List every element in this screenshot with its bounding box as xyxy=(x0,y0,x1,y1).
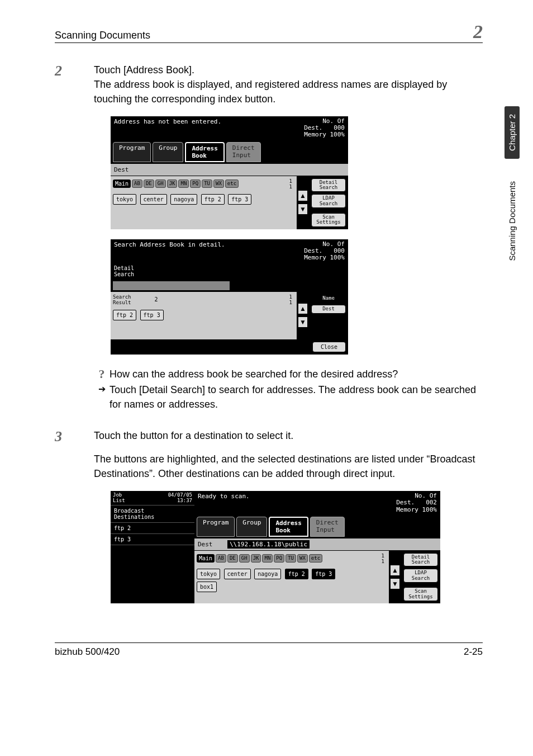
dest-ftp2-selected[interactable]: ftp 2 xyxy=(285,569,308,579)
name-button[interactable]: Name xyxy=(311,294,346,303)
broadcast-item-2[interactable]: ftp 3 xyxy=(111,534,194,545)
ldap-search-button[interactable]: LDAP Search xyxy=(403,569,438,583)
answer-text: Touch [Detail Search] to search for addr… xyxy=(110,382,483,412)
step-3-line2: The buttons are highlighted, and the sel… xyxy=(94,452,483,481)
detail-search-button[interactable]: Detail Search xyxy=(403,553,438,567)
dest-tokyo[interactable]: tokyo xyxy=(113,194,136,205)
scroll-up-icon[interactable]: ▲ xyxy=(298,190,308,201)
scan-settings-button[interactable]: Scan Settings xyxy=(311,213,346,227)
step-3-number: 3 xyxy=(55,428,94,445)
scroll-up-icon[interactable]: ▲ xyxy=(298,303,308,314)
step-3-line1: Touch the button for a destination to se… xyxy=(94,428,293,443)
question-text: How can the address book be searched for… xyxy=(110,367,398,381)
index-jk[interactable]: JK xyxy=(251,554,261,563)
result-ftp3[interactable]: ftp 3 xyxy=(140,310,164,320)
step-2-line2: The address book is displayed, and regis… xyxy=(94,77,483,106)
side-tab: Chapter 2 Scanning Documents xyxy=(505,106,520,261)
panel-detail-search: Search Address Book in detail. No. Of De… xyxy=(111,239,348,355)
index-main[interactable]: Main xyxy=(113,179,131,188)
tab-address-book[interactable]: Address Book xyxy=(185,142,224,162)
broadcast-item-1[interactable]: ftp 2 xyxy=(111,523,194,534)
p2-memory: Memory 100% xyxy=(304,254,345,261)
index-mn[interactable]: MN xyxy=(178,179,189,188)
index-pq[interactable]: PQ xyxy=(190,179,201,188)
p3-status: Ready to scan. xyxy=(198,493,250,513)
detail-search-button[interactable]: Detail Search xyxy=(311,178,346,192)
index-main[interactable]: Main xyxy=(197,554,215,563)
tab-address-book[interactable]: Address Book xyxy=(269,517,308,537)
side-tab-section: Scanning Documents xyxy=(507,181,517,261)
index-pq[interactable]: PQ xyxy=(274,554,284,563)
index-ab[interactable]: AB xyxy=(132,179,142,188)
dest-center[interactable]: center xyxy=(140,194,167,205)
p1-status: Address has not been entered. xyxy=(114,118,221,138)
dest-ftp2[interactable]: ftp 2 xyxy=(201,194,225,205)
dest-nagoya[interactable]: nagoya xyxy=(254,569,281,579)
p2-title: Detail Search xyxy=(111,263,348,280)
footer-model: bizhub 500/420 xyxy=(55,646,120,658)
tab-program[interactable]: Program xyxy=(113,142,151,162)
side-tab-chapter: Chapter 2 xyxy=(505,106,520,159)
dest-box1[interactable]: box1 xyxy=(197,582,217,592)
tab-direct-input[interactable]: Direct Input xyxy=(310,517,345,537)
index-etc[interactable]: etc xyxy=(309,554,322,563)
search-result-label: Search Result xyxy=(113,294,131,305)
p3-memory: Memory 100% xyxy=(396,506,437,513)
step-2-number: 2 xyxy=(55,63,94,106)
index-tu[interactable]: TU xyxy=(285,554,296,563)
p3-dest-path: \\192.168.1.18\public xyxy=(227,540,310,549)
scan-settings-button[interactable]: Scan Settings xyxy=(403,587,438,601)
dest-ftp3[interactable]: ftp 3 xyxy=(228,194,251,205)
tab-direct-input[interactable]: Direct Input xyxy=(226,142,261,162)
p2-status: Search Address Book in detail. xyxy=(114,241,225,261)
dest-ftp3-selected[interactable]: ftp 3 xyxy=(312,569,335,579)
index-tu[interactable]: TU xyxy=(202,179,212,188)
index-de[interactable]: DE xyxy=(227,554,238,563)
index-de[interactable]: DE xyxy=(144,179,154,188)
step-2-line1: Touch [Address Book]. xyxy=(94,63,483,77)
job-list-label[interactable]: Job List xyxy=(113,493,125,503)
panel-address-book: Address has not been entered. No. Of Des… xyxy=(111,116,348,229)
ldap-search-button[interactable]: LDAP Search xyxy=(311,194,346,208)
broadcast-label: Broadcast Destinations xyxy=(111,505,194,523)
tab-group[interactable]: Group xyxy=(236,517,267,537)
dest-nagoya[interactable]: nagoya xyxy=(170,194,197,205)
chapter-badge: 2 xyxy=(473,22,483,41)
result-ftp2[interactable]: ftp 2 xyxy=(113,310,136,320)
p2-destcount: 000 xyxy=(334,247,345,254)
close-button[interactable]: Close xyxy=(312,342,346,352)
question-icon: ? xyxy=(94,367,110,381)
scroll-down-icon[interactable]: ▼ xyxy=(298,204,308,215)
arrow-icon: ➔ xyxy=(94,382,110,412)
p3-destcount: 002 xyxy=(426,499,437,506)
dest-tokyo[interactable]: tokyo xyxy=(197,569,220,579)
scroll-down-icon[interactable]: ▼ xyxy=(298,316,308,328)
p3-dest-label: Dest xyxy=(198,541,213,548)
index-jk[interactable]: JK xyxy=(167,179,178,188)
dest-button[interactable]: Dest xyxy=(311,305,346,313)
p3-page-count: 1 1 xyxy=(382,553,387,564)
index-ab[interactable]: AB xyxy=(216,554,226,563)
p1-page-count: 1 1 xyxy=(289,178,294,190)
p1-memory: Memory 100% xyxy=(304,131,345,138)
footer-page: 2-25 xyxy=(464,646,483,658)
scroll-up-icon[interactable]: ▲ xyxy=(390,565,400,576)
index-wx[interactable]: WX xyxy=(213,179,224,188)
scroll-down-icon[interactable]: ▼ xyxy=(390,578,400,589)
index-gh[interactable]: GH xyxy=(155,179,166,188)
index-gh[interactable]: GH xyxy=(239,554,250,563)
index-mn[interactable]: MN xyxy=(262,554,273,563)
tab-program[interactable]: Program xyxy=(197,517,235,537)
p1-dest-label: Dest xyxy=(111,164,348,176)
p2-page-count: 1 1 xyxy=(289,294,294,305)
index-etc[interactable]: etc xyxy=(225,179,239,188)
dest-center[interactable]: center xyxy=(224,569,251,579)
index-wx[interactable]: WX xyxy=(297,554,308,563)
job-time: 13:37 xyxy=(177,498,192,503)
panel-broadcast: Job List 04/07/05 13:37 Broadcast Destin… xyxy=(111,491,440,603)
header-section: Scanning Documents xyxy=(55,30,150,41)
p1-destcount: 000 xyxy=(334,124,345,131)
search-result-count: 2 xyxy=(155,296,158,303)
tab-group[interactable]: Group xyxy=(153,142,183,162)
